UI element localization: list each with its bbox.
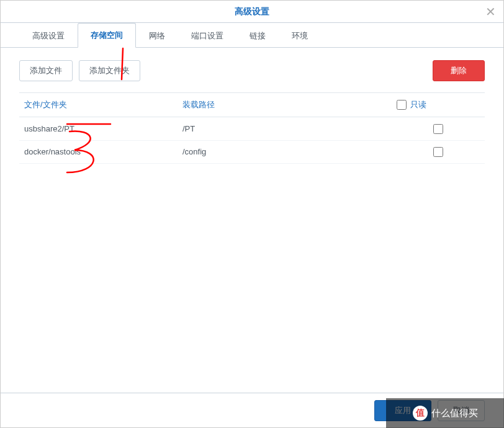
- table-row[interactable]: usbshare2/PT /PT: [19, 117, 485, 141]
- watermark: 值 什么值得买: [386, 398, 504, 428]
- col-header-mount[interactable]: 装载路径: [178, 93, 392, 117]
- add-file-button[interactable]: 添加文件: [19, 60, 73, 81]
- tab-advanced[interactable]: 高级设置: [19, 24, 78, 48]
- volume-table: 文件/文件夹 装载路径 只读 usbshare2/PT /PT: [19, 92, 485, 164]
- tab-env[interactable]: 环境: [279, 24, 321, 48]
- tab-bar: 高级设置 存储空间 网络 端口设置 链接 环境: [1, 23, 503, 48]
- cell-mount: /PT: [178, 117, 392, 141]
- watermark-badge-icon: 值: [413, 406, 428, 421]
- readonly-checkbox[interactable]: [433, 147, 443, 157]
- content-area: 添加文件 添加文件夹 删除 文件/文件夹 装载路径 只读: [1, 48, 503, 393]
- cell-readonly: [392, 117, 485, 141]
- cell-file: usbshare2/PT: [19, 117, 178, 141]
- table-row[interactable]: docker/nastools /config: [19, 140, 485, 164]
- cell-mount: /config: [178, 140, 392, 164]
- tab-links[interactable]: 链接: [236, 24, 279, 48]
- readonly-checkbox[interactable]: [433, 124, 443, 134]
- dialog-title: 高级设置: [235, 6, 269, 17]
- tab-network[interactable]: 网络: [136, 24, 178, 48]
- tab-storage[interactable]: 存储空间: [78, 23, 136, 48]
- col-header-readonly[interactable]: 只读: [392, 93, 485, 117]
- add-folder-button[interactable]: 添加文件夹: [79, 60, 140, 81]
- watermark-text: 什么值得买: [431, 408, 478, 419]
- tab-ports[interactable]: 端口设置: [178, 24, 236, 48]
- cell-file: docker/nastools: [19, 140, 178, 164]
- delete-button[interactable]: 删除: [433, 60, 485, 81]
- readonly-header-label: 只读: [410, 99, 426, 110]
- dialog-header: 高级设置 ✕: [1, 1, 503, 23]
- col-header-file[interactable]: 文件/文件夹: [19, 93, 178, 117]
- readonly-all-checkbox[interactable]: [397, 100, 407, 110]
- cell-readonly: [392, 140, 485, 164]
- close-icon[interactable]: ✕: [485, 6, 496, 18]
- toolbar: 添加文件 添加文件夹 删除: [19, 60, 485, 81]
